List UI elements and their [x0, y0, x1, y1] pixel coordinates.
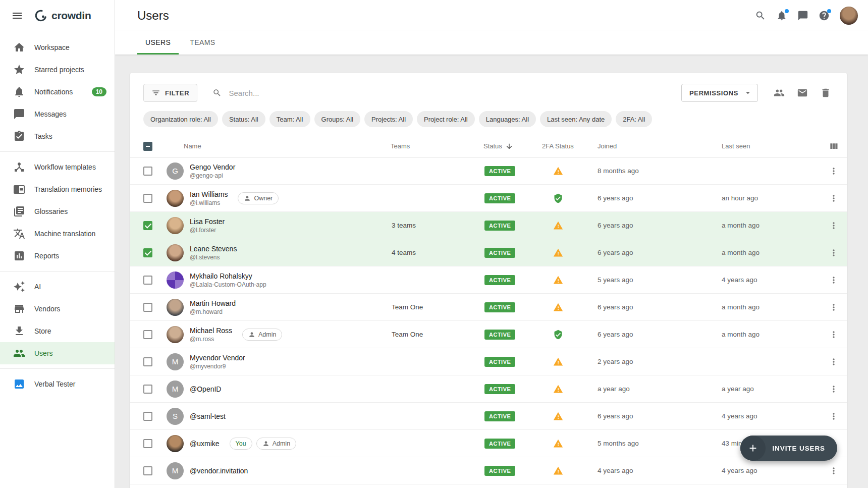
row-menu-icon[interactable]	[829, 302, 839, 312]
select-all-checkbox[interactable]	[143, 142, 152, 151]
last-seen-cell: 4 years ago	[722, 467, 823, 474]
sidebar-item-machine-translation[interactable]: Machine translation	[0, 223, 115, 245]
user-badge-admin[interactable]: Admin	[256, 438, 296, 450]
warning-icon	[553, 411, 563, 421]
row-menu-icon[interactable]	[829, 275, 839, 285]
filter-chip-2fa[interactable]: 2FA: All	[616, 111, 652, 127]
column-2fa-status[interactable]: 2FA Status	[542, 142, 598, 150]
sidebar-item-vendors[interactable]: Vendors	[0, 298, 115, 320]
row-checkbox[interactable]	[143, 303, 152, 312]
row-menu-icon[interactable]	[829, 193, 839, 203]
user-name[interactable]: Mykhailo Rohalskyy	[190, 272, 266, 280]
user-row-avatar	[167, 272, 184, 289]
sidebar-item-workspace[interactable]: Workspace	[0, 36, 115, 59]
bell-icon[interactable]	[773, 6, 790, 26]
sidebar-item-notifications[interactable]: Notifications 10	[0, 81, 115, 103]
filter-chip-languages[interactable]: Languages: All	[479, 111, 536, 127]
user-name[interactable]: Gengo Vendor	[190, 163, 235, 171]
sidebar-item-tasks[interactable]: Tasks	[0, 125, 115, 147]
row-checkbox[interactable]	[143, 385, 152, 394]
filter-button[interactable]: FILTER	[143, 84, 197, 102]
row-checkbox[interactable]	[143, 167, 152, 176]
filter-chip-groups[interactable]: Groups: All	[314, 111, 361, 127]
user-name[interactable]: @saml-test	[190, 412, 226, 420]
row-menu-icon[interactable]	[829, 248, 839, 258]
delete-icon[interactable]	[818, 85, 834, 101]
teams-cell[interactable]: Team One	[391, 331, 481, 338]
column-status[interactable]: Status	[481, 142, 542, 150]
sidebar-item-messages[interactable]: Messages	[0, 103, 115, 125]
teams-cell[interactable]: Team One	[391, 303, 481, 311]
content-area: FILTER PERMISSIONS Organization role: Al…	[115, 55, 868, 488]
row-checkbox[interactable]	[143, 330, 152, 339]
sidebar-item-reports[interactable]: Reports	[0, 245, 115, 267]
filter-chip-projects[interactable]: Projects: All	[364, 111, 413, 127]
filter-chip-last-seen[interactable]: Last seen: Any date	[540, 111, 612, 127]
table-row: M Myvendor Vendor @myvendor9 ACTIVE 2 ye…	[130, 348, 847, 375]
column-teams[interactable]: Teams	[391, 142, 481, 150]
row-menu-icon[interactable]	[829, 330, 839, 340]
topbar: Users	[115, 0, 868, 31]
crowdin-logo[interactable]: crowdin	[34, 9, 91, 22]
sidebar-item-store[interactable]: Store	[0, 320, 115, 342]
row-menu-icon[interactable]	[829, 221, 839, 231]
row-menu-icon[interactable]	[829, 384, 839, 394]
row-menu-icon[interactable]	[829, 411, 839, 421]
user-name[interactable]: Leane Stevens	[190, 245, 237, 253]
user-name[interactable]: @uxmike	[190, 440, 220, 448]
search-icon[interactable]	[752, 6, 769, 26]
user-name[interactable]: Michael Ross	[190, 327, 232, 335]
user-name[interactable]: Lisa Foster	[190, 218, 225, 226]
mail-icon[interactable]	[794, 85, 810, 101]
row-checkbox[interactable]	[143, 194, 152, 203]
table-row: M @vendor.invitation ACTIVE 4 years ago …	[130, 457, 847, 484]
sidebar-item-starred-projects[interactable]: Starred projects	[0, 59, 115, 81]
row-checkbox[interactable]	[143, 276, 152, 285]
status-badge: ACTIVE	[484, 275, 515, 285]
chat-icon[interactable]	[794, 6, 811, 26]
user-name[interactable]: Myvendor Vendor	[190, 354, 245, 362]
user-name[interactable]: Ian Williams	[190, 190, 228, 198]
user-badge-admin[interactable]: Admin	[242, 329, 282, 341]
row-menu-icon[interactable]	[829, 166, 839, 176]
user-name[interactable]: @vendor.invitation	[190, 467, 248, 475]
user-badge-you[interactable]: You	[230, 438, 252, 450]
tab-users[interactable]: USERS	[137, 31, 179, 55]
filter-chip-team[interactable]: Team: All	[269, 111, 310, 127]
hamburger-icon[interactable]	[11, 10, 23, 22]
row-checkbox[interactable]	[143, 248, 152, 257]
row-checkbox[interactable]	[143, 439, 152, 448]
search-input[interactable]	[228, 88, 394, 98]
row-checkbox[interactable]	[143, 221, 152, 230]
group-icon[interactable]	[771, 85, 787, 101]
teams-cell[interactable]: 4 teams	[391, 249, 481, 256]
status-badge: ACTIVE	[484, 166, 515, 176]
user-badge-owner[interactable]: Owner	[238, 192, 279, 204]
user-avatar[interactable]	[840, 7, 858, 25]
row-checkbox[interactable]	[143, 357, 152, 366]
row-checkbox[interactable]	[143, 466, 152, 475]
column-name[interactable]: Name	[158, 142, 391, 150]
help-icon[interactable]	[816, 6, 833, 26]
teams-cell[interactable]: 3 teams	[391, 222, 481, 229]
sidebar-item-users[interactable]: Users	[0, 342, 115, 364]
row-menu-icon[interactable]	[829, 357, 839, 367]
column-joined[interactable]: Joined	[598, 142, 722, 150]
tab-teams[interactable]: TEAMS	[182, 31, 223, 55]
row-menu-icon[interactable]	[829, 466, 839, 476]
column-last-seen[interactable]: Last seen	[722, 142, 823, 150]
sidebar-item-workflow-templates[interactable]: Workflow templates	[0, 156, 115, 178]
sidebar-item-translation-memories[interactable]: Translation memories	[0, 178, 115, 200]
sidebar-item-ai[interactable]: AI	[0, 276, 115, 298]
columns-settings-icon[interactable]	[829, 141, 839, 151]
permissions-button[interactable]: PERMISSIONS	[681, 84, 758, 102]
user-name[interactable]: @OpenID	[190, 385, 221, 393]
sidebar-item-verbal-tester[interactable]: Verbal Tester	[0, 373, 115, 395]
user-name[interactable]: Martin Howard	[190, 299, 236, 307]
row-checkbox[interactable]	[143, 412, 152, 421]
invite-users-button[interactable]: INVITE USERS	[740, 436, 837, 461]
filter-chip-project-role[interactable]: Project role: All	[417, 111, 475, 127]
filter-chip-status[interactable]: Status: All	[222, 111, 265, 127]
sidebar-item-glossaries[interactable]: Glossaries	[0, 200, 115, 223]
filter-chip-organization-role[interactable]: Organization role: All	[143, 111, 218, 127]
